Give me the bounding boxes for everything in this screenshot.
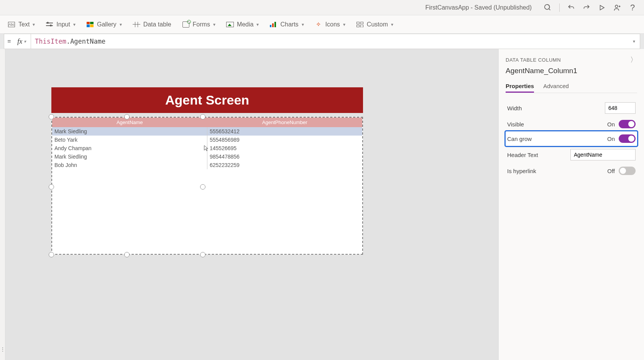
equals-label: = <box>6 38 13 45</box>
table-row[interactable]: Mark Siedling 5556532412 <box>52 127 362 136</box>
prop-width: Width <box>506 99 637 117</box>
table-cell: 6252232259 <box>207 161 362 169</box>
prop-visible: Visible On <box>506 117 637 131</box>
svg-point-0 <box>545 4 550 9</box>
panel-category-label: DATA TABLE COLUMN <box>506 57 561 63</box>
prop-width-input[interactable] <box>605 102 636 114</box>
table-row[interactable]: Mark Siedling 9854478856 <box>52 152 362 161</box>
prop-cangrow: Can grow On <box>506 131 637 146</box>
ribbon-input[interactable]: Input ▾ <box>46 21 76 28</box>
data-table-icon <box>133 21 140 28</box>
undo-icon[interactable] <box>566 2 577 13</box>
ribbon-datatable-label: Data table <box>143 21 171 28</box>
ribbon-charts-label: Charts <box>280 21 298 28</box>
ribbon-gallery-label: Gallery <box>97 21 117 28</box>
table-cell: Andy Champan <box>52 144 207 152</box>
table-cell: 5556532412 <box>207 127 362 136</box>
panel-expand-icon[interactable]: 〉 <box>630 55 637 64</box>
ribbon-text[interactable]: Abc Text ▾ <box>8 21 35 28</box>
selection-handle[interactable] <box>200 252 205 257</box>
table-cell: Bob John <box>52 161 207 169</box>
chevron-down-icon: ▾ <box>120 22 122 27</box>
app-checker-icon[interactable] <box>542 2 553 13</box>
ribbon-gallery[interactable]: Gallery ▾ <box>86 21 122 28</box>
table-header-agentphone[interactable]: AgentPhoneNumber <box>207 118 363 127</box>
prop-headertext: Header Text <box>506 146 637 164</box>
ribbon-custom[interactable]: Custom ▾ <box>356 21 393 28</box>
custom-icon <box>356 21 364 28</box>
prop-cangrow-label: Can grow <box>507 136 532 142</box>
prop-ishyperlink-state: Off <box>607 168 615 174</box>
selection-handle[interactable] <box>49 114 54 119</box>
ribbon-datatable[interactable]: Data table <box>133 21 171 28</box>
prop-visible-state: On <box>607 121 615 128</box>
selection-handle[interactable] <box>124 252 130 257</box>
icons-icon: ✧ <box>315 21 322 28</box>
table-cell: 5554856989 <box>207 136 362 144</box>
prop-headertext-input[interactable] <box>570 149 636 160</box>
left-gutter: ⋮ <box>0 49 5 360</box>
tab-properties[interactable]: Properties <box>506 80 534 93</box>
app-title: FirstCanvasApp - Saved (Unpublished) <box>426 4 532 11</box>
table-row[interactable]: Bob John 6252232259 <box>52 161 362 169</box>
ribbon-input-label: Input <box>56 21 70 28</box>
table-header-row: AgentName AgentPhoneNumber <box>52 118 362 127</box>
selection-handle[interactable] <box>124 114 130 119</box>
datatable-wrapper: AgentName AgentPhoneNumber Mark Siedling… <box>51 117 363 255</box>
table-cell: Mark Siedling <box>52 127 207 136</box>
gutter-handle-icon[interactable]: ⋮ <box>0 346 5 352</box>
ribbon-media-label: Media <box>237 21 254 28</box>
ribbon-media[interactable]: Media ▾ <box>226 21 259 28</box>
formula-rest: .AgentName <box>66 38 105 45</box>
table-header-agentname[interactable]: AgentName <box>52 118 207 127</box>
table-row[interactable]: Andy Champan 145526695 <box>52 144 362 152</box>
selection-handle[interactable] <box>49 184 54 190</box>
chevron-down-icon: ▾ <box>24 39 26 44</box>
properties-panel: DATA TABLE COLUMN 〉 AgentName_Column1 Pr… <box>498 49 644 360</box>
forms-icon <box>182 21 190 28</box>
app-screen: Agent Screen AgentName AgentPhoneNumber … <box>51 87 363 255</box>
redo-icon[interactable] <box>581 2 592 13</box>
visible-toggle[interactable] <box>619 120 636 128</box>
table-body: Mark Siedling 5556532412 Beto Yark 55548… <box>52 127 362 169</box>
main-row: ⋮ Agent Screen AgentName AgentPhoneNumbe… <box>0 49 644 360</box>
formula-input[interactable]: ThisItem.AgentName <box>31 38 628 45</box>
divider <box>559 3 560 12</box>
cangrow-toggle[interactable] <box>619 134 636 143</box>
prop-ishyperlink-label: Is hyperlink <box>507 168 536 174</box>
chevron-down-icon: ▾ <box>256 22 259 27</box>
ribbon-icons[interactable]: ✧ Icons ▾ <box>315 21 345 28</box>
tab-advanced[interactable]: Advanced <box>543 80 569 93</box>
prop-cangrow-state: On <box>607 136 615 142</box>
table-row[interactable]: Beto Yark 5554856989 <box>52 136 362 144</box>
fx-button[interactable]: fx ▾ <box>13 34 31 49</box>
table-cell: Beto Yark <box>52 136 207 144</box>
svg-point-2 <box>615 5 618 8</box>
prop-headertext-label: Header Text <box>507 152 538 158</box>
title-bar: FirstCanvasApp - Saved (Unpublished) ? <box>0 0 644 15</box>
table-cell: 9854478856 <box>207 152 362 161</box>
data-table[interactable]: AgentName AgentPhoneNumber Mark Siedling… <box>51 117 363 255</box>
chevron-down-icon: ▾ <box>391 22 393 27</box>
charts-icon <box>269 21 277 28</box>
share-icon[interactable] <box>612 2 623 13</box>
table-cell: 145526695 <box>207 144 362 152</box>
ribbon-forms[interactable]: Forms ▾ <box>182 21 215 28</box>
help-icon[interactable]: ? <box>627 2 638 13</box>
selection-handle[interactable] <box>200 114 205 119</box>
prop-width-label: Width <box>507 105 522 111</box>
ribbon-custom-label: Custom <box>367 21 388 28</box>
chevron-down-icon: ▾ <box>73 22 76 27</box>
selected-object-name: AgentName_Column1 <box>506 67 637 75</box>
formula-thisitem: ThisItem <box>35 38 66 45</box>
selection-handle[interactable] <box>200 184 205 190</box>
ribbon-charts[interactable]: Charts ▾ <box>269 21 304 28</box>
insert-ribbon: Abc Text ▾ Input ▾ Gallery ▾ Data table … <box>0 15 644 34</box>
ishyperlink-toggle[interactable] <box>619 167 636 175</box>
media-icon <box>226 21 234 28</box>
play-icon[interactable] <box>596 2 607 13</box>
formula-expand-icon[interactable]: ▾ <box>628 39 640 44</box>
selection-handle[interactable] <box>49 252 54 257</box>
gallery-icon <box>86 21 94 28</box>
canvas-area[interactable]: Agent Screen AgentName AgentPhoneNumber … <box>5 49 498 360</box>
